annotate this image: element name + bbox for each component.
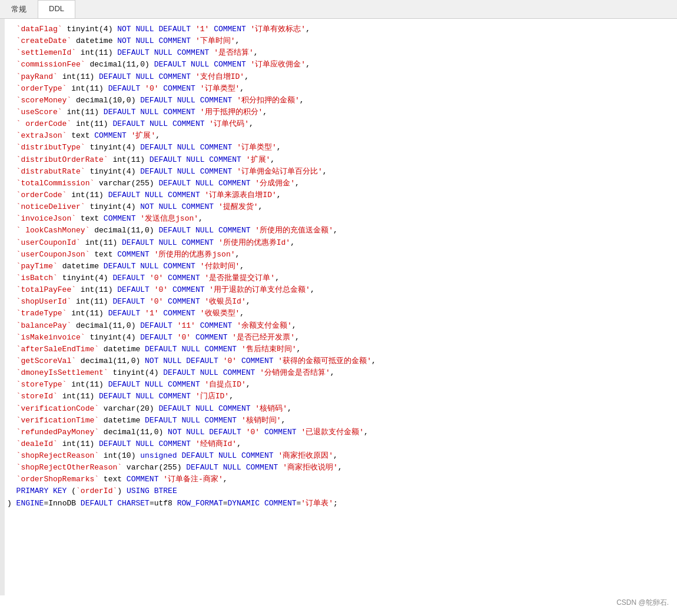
table-row: `createDate` datetime NOT NULL COMMENT '… <box>7 35 670 47</box>
table-row: `dataFlag` tinyint(4) NOT NULL DEFAULT '… <box>7 24 670 35</box>
table-row: `balancePay` decimal(11,0) DEFAULT '11' … <box>7 320 670 332</box>
table-row: `noticeDeliver` tinyint(4) NOT NULL COMM… <box>7 201 670 213</box>
table-row: ) ENGINE=InnoDB DEFAULT CHARSET=utf8 ROW… <box>7 498 670 510</box>
table-row: `dealeId` int(11) DEFAULT NULL COMMENT '… <box>7 438 670 450</box>
table-row: `isMakeinvoice` tinyint(4) DEFAULT '0' C… <box>7 332 670 344</box>
table-row: PRIMARY KEY (`orderId`) USING BTREE <box>7 485 670 497</box>
table-row: `storeType` int(11) DEFAULT NULL COMMENT… <box>7 379 670 391</box>
table-row: `tradeType` int(11) DEFAULT '1' COMMENT … <box>7 308 670 319</box>
table-row: `totalCommission` varchar(255) DEFAULT N… <box>7 178 670 189</box>
table-row: `isBatch` tinyint(4) DEFAULT '0' COMMENT… <box>7 272 670 284</box>
table-row: `getScoreVal` decimal(11,0) NOT NULL DEF… <box>7 355 670 367</box>
table-row: `verificationTime` datetime DEFAULT NULL… <box>7 415 670 427</box>
table-row: `orderCode` int(11) DEFAULT NULL COMMENT… <box>7 189 670 201</box>
table-row: `dmoneyIsSettlement` tinyint(4) DEFAULT … <box>7 367 670 379</box>
code-area: `dataFlag` tinyint(4) NOT NULL DEFAULT '… <box>0 19 677 595</box>
table-row: `distributType` tinyint(4) DEFAULT NULL … <box>7 142 670 154</box>
table-row: `refundedPayMoney` decimal(11,0) NOT NUL… <box>7 427 670 438</box>
table-row: `payRand` int(11) DEFAULT NULL COMMENT '… <box>7 71 670 83</box>
tab-ddl[interactable]: DDL <box>38 0 75 18</box>
table-row: `useScore` int(11) DEFAULT NULL COMMENT … <box>7 106 670 118</box>
table-row: `extraJson` text COMMENT '扩展', <box>7 130 670 142</box>
table-row: `invoiceJson` text COMMENT '发送信息json', <box>7 213 670 225</box>
table-row: `scoreMoney` decimal(10,0) DEFAULT NULL … <box>7 95 670 106</box>
table-row: `payTime` datetime DEFAULT NULL COMMENT … <box>7 261 670 272</box>
tab-bar: 常规 DDL <box>0 0 677 19</box>
table-row: `userCouponJson` text COMMENT '所使用的优惠券js… <box>7 249 670 261</box>
table-row: ` orderCode` int(11) DEFAULT NULL COMMEN… <box>7 118 670 130</box>
table-row: ` lookCashMoney` decimal(11,0) DEFAULT N… <box>7 225 670 237</box>
table-row: `orderType` int(11) DEFAULT '0' COMMENT … <box>7 83 670 95</box>
code-lines: `dataFlag` tinyint(4) NOT NULL DEFAULT '… <box>7 24 670 510</box>
table-row: `distributOrderRate` int(11) DEFAULT NUL… <box>7 154 670 166</box>
table-row: `settlemenId` int(11) DEFAULT NULL COMME… <box>7 47 670 59</box>
table-row: `distrabutRate` tinyint(4) DEFAULT NULL … <box>7 166 670 178</box>
table-row: `orderShopRemarks` text COMMENT '订单备注-商家… <box>7 474 670 485</box>
table-row: `shopRejectReason` int(10) unsigned DEFA… <box>7 450 670 462</box>
table-row: `verificationCode` varchar(20) DEFAULT N… <box>7 403 670 415</box>
table-row: `userCouponId` int(11) DEFAULT NULL COMM… <box>7 237 670 249</box>
tab-normal[interactable]: 常规 <box>0 0 38 18</box>
table-row: `storeId` int(11) DEFAULT NULL COMMENT '… <box>7 391 670 402</box>
left-gutter <box>0 19 5 595</box>
table-row: `commissionFee` decimal(11,0) DEFAULT NU… <box>7 59 670 71</box>
table-row: `totalPayFee` int(11) DEFAULT '0' COMMEN… <box>7 284 670 296</box>
table-row: `afterSaleEndTime` datetime DEFAULT NULL… <box>7 344 670 355</box>
table-row: `shopUserId` int(11) DEFAULT '0' COMMENT… <box>7 296 670 308</box>
table-row: `shopRejectOtherReason` varchar(255) DEF… <box>7 462 670 474</box>
